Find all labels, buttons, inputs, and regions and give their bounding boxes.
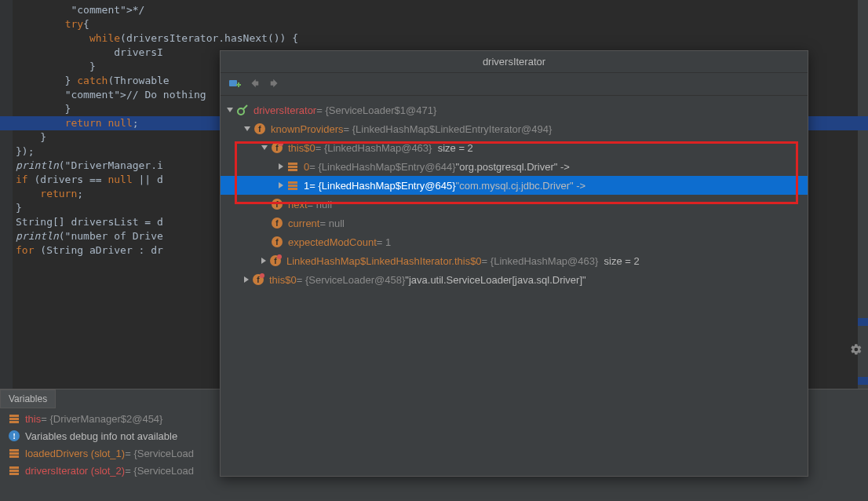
svg-rect-22	[288, 166, 297, 168]
tree-node-size: size = 2	[604, 255, 640, 267]
expand-arrow-icon[interactable]	[244, 276, 249, 283]
expand-arrow-icon[interactable]	[261, 220, 268, 226]
svg-rect-23	[288, 169, 297, 171]
svg-point-38	[260, 273, 264, 278]
tree-row[interactable]: fexpectedModCount = 1	[221, 232, 808, 251]
svg-line-15	[243, 105, 247, 109]
tree-node-label: this$0	[288, 142, 315, 154]
expand-arrow-icon[interactable]	[227, 108, 233, 112]
svg-rect-1	[9, 418, 19, 420]
variable-label: driversIterator (slot_2)	[25, 465, 125, 477]
svg-rect-7	[9, 455, 19, 458]
svg-point-20	[279, 141, 283, 146]
variable-label: this	[25, 413, 41, 425]
field-icon: f	[271, 217, 283, 229]
tree-node-label: knownProviders	[271, 123, 344, 135]
back-arrow-icon[interactable]	[249, 78, 261, 90]
settings-gear-icon[interactable]	[844, 338, 868, 361]
svg-rect-25	[288, 185, 297, 187]
tree-node-label: 1	[304, 180, 309, 192]
tree-row[interactable]: fnext = null	[221, 195, 808, 214]
tree-node-value: = null	[308, 199, 332, 210]
tree-node-value: = {ServiceLoader@458}	[297, 274, 406, 286]
svg-rect-21	[288, 163, 297, 165]
svg-rect-6	[9, 452, 19, 455]
tree-row[interactable]: fthis$0 = {LinkedHashMap@463} size = 2	[221, 138, 808, 157]
svg-rect-9	[9, 470, 19, 472]
tree-node-value: = {LinkedHashMap@463}	[482, 255, 599, 267]
fieldp-icon: f	[252, 273, 264, 286]
new-watch-icon[interactable]	[228, 78, 241, 90]
svg-rect-10	[9, 473, 19, 475]
tree-row[interactable]: driversIterator = {ServiceLoader$1@471}	[221, 101, 808, 119]
expand-arrow-icon[interactable]	[279, 163, 283, 170]
fieldp-icon: f	[269, 254, 282, 267]
tree-row[interactable]: 0 = {LinkedHashMap$Entry@644} "org.postg…	[221, 157, 808, 176]
svg-rect-0	[9, 415, 19, 417]
tree-node-string: "com.mysql.cj.jdbc.Driver" ->	[456, 180, 586, 192]
forward-arrow-icon[interactable]	[269, 78, 282, 90]
info-icon: !	[8, 430, 20, 442]
tree-row[interactable]: fLinkedHashMap$LinkedHashIterator.this$0…	[221, 251, 808, 270]
variable-label: loadedDrivers (slot_1)	[25, 448, 125, 459]
svg-point-14	[238, 108, 244, 115]
code-line: try{	[16, 17, 868, 31]
entry-icon	[8, 464, 20, 477]
tree-node-label: next	[288, 199, 308, 210]
watch-icon	[236, 104, 249, 116]
tree-node-value: = {ServiceLoader$1@471}	[316, 104, 436, 116]
expand-arrow-icon[interactable]	[244, 126, 250, 131]
svg-point-35	[277, 254, 282, 259]
tree-row[interactable]: 1 = {LinkedHashMap$Entry@645} "com.mysql…	[221, 176, 808, 195]
variable-info-text: Variables debug info not available	[25, 430, 177, 442]
variable-value: = {ServiceLoad	[125, 448, 194, 459]
entry-icon	[8, 447, 20, 459]
popup-toolbar	[221, 73, 808, 96]
expand-arrow-icon[interactable]	[279, 182, 283, 188]
debug-tree[interactable]: driversIterator = {ServiceLoader$1@471}f…	[221, 96, 808, 294]
expand-arrow-icon[interactable]	[261, 239, 268, 245]
tree-node-value: = {LinkedHashMap@463}	[315, 142, 432, 154]
tree-node-value: = 1	[377, 236, 391, 248]
tree-node-size: size = 2	[438, 142, 473, 154]
evaluate-popup: driversIterator driversIterator = {Servi…	[220, 50, 808, 477]
field-icon: f	[271, 236, 283, 248]
expand-arrow-icon[interactable]	[261, 145, 268, 150]
entry-icon	[8, 412, 20, 425]
svg-rect-2	[9, 421, 19, 423]
tree-node-label: LinkedHashMap$LinkedHashIterator.this$0	[286, 255, 482, 267]
svg-rect-11	[229, 80, 237, 86]
tree-node-value: = null	[319, 218, 344, 229]
tree-row[interactable]: fthis$0 = {ServiceLoader@458} "java.util…	[221, 270, 808, 289]
tree-node-label: driversIterator	[253, 104, 316, 116]
entry-icon	[286, 160, 299, 173]
tree-row[interactable]: fknownProviders = {LinkedHashMap$LinkedE…	[221, 119, 808, 138]
expand-arrow-icon[interactable]	[261, 201, 268, 207]
svg-rect-13	[238, 82, 239, 87]
expand-arrow-icon[interactable]	[261, 258, 266, 264]
svg-rect-5	[9, 449, 19, 452]
svg-rect-8	[9, 466, 19, 469]
tree-node-label: 0	[304, 161, 309, 173]
fieldp-icon: f	[271, 141, 283, 154]
field-icon: f	[253, 123, 266, 135]
tree-node-label: current	[288, 218, 319, 229]
tree-node-label: this$0	[269, 274, 297, 286]
svg-rect-24	[288, 181, 297, 184]
tree-node-value: = {LinkedHashMap$LinkedEntryIterator@494…	[344, 123, 553, 135]
tree-node-value: = {LinkedHashMap$Entry@644}	[309, 161, 455, 173]
field-icon: f	[271, 198, 283, 210]
variables-panel-title[interactable]: Variables	[0, 389, 56, 408]
tree-node-value: = {LinkedHashMap$Entry@645}	[309, 180, 455, 192]
tree-node-string: "org.postgresql.Driver" ->	[456, 161, 570, 173]
popup-title: driversIterator	[221, 51, 808, 73]
variable-value: = {DriverManager$2@454}	[41, 413, 162, 425]
tree-node-label: expectedModCount	[288, 236, 377, 248]
svg-text:!: !	[13, 431, 16, 441]
code-line: while(driversIterator.hasNext()) {	[16, 31, 868, 46]
code-line: "comment">*/	[16, 3, 868, 17]
tree-row[interactable]: fcurrent = null	[221, 214, 808, 232]
tree-node-string: "java.util.ServiceLoader[java.sql.Driver…	[405, 274, 585, 286]
entry-icon	[286, 179, 299, 192]
variable-value: = {ServiceLoad	[125, 465, 194, 477]
